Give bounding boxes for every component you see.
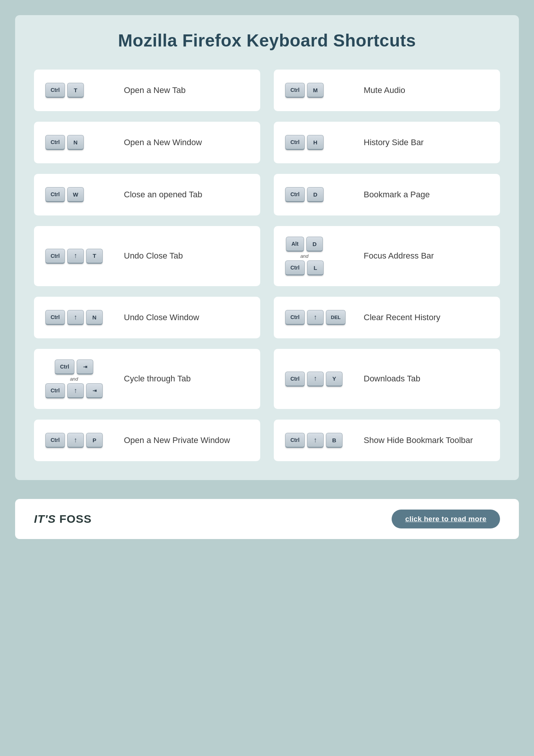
read-more-button[interactable]: click here to read more	[392, 510, 500, 528]
key-ctrl: Ctrl	[45, 310, 65, 325]
keys-row: Ctrl M	[285, 83, 324, 98]
keys-area: Ctrl ↑ P	[45, 433, 113, 448]
shortcut-label: Cycle through Tab	[124, 373, 191, 384]
shortcut-card-bookmark-page: Ctrl D Bookmark a Page	[274, 174, 500, 215]
shortcut-label: Open a New Tab	[124, 85, 185, 96]
keys-area: Ctrl N	[45, 135, 113, 150]
key-ctrl: Ctrl	[45, 249, 65, 264]
key-tab-right: ⇥	[77, 359, 93, 375]
keys-row: Ctrl ↑ T	[45, 249, 103, 264]
key-ctrl: Ctrl	[285, 433, 305, 448]
key-d: D	[307, 187, 324, 202]
key-m: M	[307, 83, 324, 98]
key-shift: ↑	[67, 249, 84, 264]
key-p: P	[86, 433, 103, 448]
keys-area: Ctrl ⇥ and Ctrl ↑ ⇥	[45, 359, 113, 398]
keys-area: Ctrl ↑ DEL	[285, 310, 353, 325]
shortcut-card-open-new-window: Ctrl N Open a New Window	[34, 122, 260, 163]
shortcut-label: Undo Close Tab	[124, 251, 183, 262]
shortcut-card-history-side-bar: Ctrl H History Side Bar	[274, 122, 500, 163]
shortcut-card-undo-close-tab: Ctrl ↑ T Undo Close Tab	[34, 226, 260, 286]
key-ctrl: Ctrl	[285, 372, 305, 387]
shortcut-card-open-new-tab: Ctrl T Open a New Tab	[34, 70, 260, 111]
keys-area: Ctrl ↑ T	[45, 249, 113, 264]
key-ctrl: Ctrl	[285, 135, 305, 150]
shortcut-card-downloads-tab: Ctrl ↑ Y Downloads Tab	[274, 349, 500, 409]
key-ctrl: Ctrl	[55, 359, 74, 375]
shortcut-label: History Side Bar	[364, 137, 424, 148]
footer: IT'S FOSS click here to read more	[15, 499, 519, 539]
key-shift: ↑	[307, 372, 324, 387]
shortcut-label: Open a New Window	[124, 137, 202, 148]
shortcut-label: Downloads Tab	[364, 373, 420, 384]
keys-area: Ctrl W	[45, 187, 113, 202]
keys-row: Ctrl H	[285, 135, 324, 150]
keys-row: Ctrl ↑ P	[45, 433, 103, 448]
shortcut-label: Clear Recent History	[364, 312, 440, 323]
key-l: L	[307, 260, 324, 276]
key-ctrl: Ctrl	[285, 260, 305, 276]
shortcut-label: Open a New Private Window	[124, 435, 230, 446]
shortcut-label: Mute Audio	[364, 85, 405, 96]
keys-area: Ctrl H	[285, 135, 353, 150]
shortcut-card-clear-recent-history: Ctrl ↑ DEL Clear Recent History	[274, 297, 500, 338]
key-shift: ↑	[67, 433, 84, 448]
page-title: Mozilla Firefox Keyboard Shortcuts	[34, 30, 500, 51]
shortcut-card-focus-address-bar: Alt D and Ctrl L Focus Address Bar	[274, 226, 500, 286]
shortcut-card-show-hide-bookmark-toolbar: Ctrl ↑ B Show Hide Bookmark Toolbar	[274, 420, 500, 461]
keys-row-bottom: Ctrl ↑ ⇥	[45, 383, 103, 398]
shortcut-card-new-private-window: Ctrl ↑ P Open a New Private Window	[34, 420, 260, 461]
key-shift: ↑	[67, 383, 84, 398]
keys-column: Alt D and Ctrl L	[285, 237, 324, 276]
brand-logo: IT'S FOSS	[34, 513, 92, 525]
shortcut-label: Close an opened Tab	[124, 189, 202, 200]
keys-row-top: Ctrl ⇥	[55, 359, 93, 375]
and-label: and	[70, 376, 78, 382]
keys-row-bottom: Ctrl L	[285, 260, 324, 276]
keys-area: Ctrl ↑ Y	[285, 372, 353, 387]
key-ctrl: Ctrl	[285, 83, 305, 98]
keys-area: Alt D and Ctrl L	[285, 237, 353, 276]
keys-row: Ctrl T	[45, 83, 84, 98]
key-h: H	[307, 135, 324, 150]
key-n: N	[86, 310, 103, 325]
keys-area: Ctrl T	[45, 83, 113, 98]
keys-row: Ctrl ↑ B	[285, 433, 343, 448]
key-ctrl: Ctrl	[45, 433, 65, 448]
key-d: D	[306, 237, 323, 252]
key-ctrl: Ctrl	[45, 383, 65, 398]
main-card: Mozilla Firefox Keyboard Shortcuts Ctrl …	[15, 15, 519, 480]
key-del: DEL	[326, 310, 346, 325]
key-ctrl: Ctrl	[45, 135, 65, 150]
key-n: N	[67, 135, 84, 150]
keys-row-top: Alt D	[286, 237, 323, 252]
shortcut-label: Bookmark a Page	[364, 189, 430, 200]
key-shift: ↑	[307, 433, 324, 448]
keys-row: Ctrl ↑ Y	[285, 372, 343, 387]
key-ctrl: Ctrl	[45, 83, 65, 98]
keys-row: Ctrl ↑ N	[45, 310, 103, 325]
keys-row: Ctrl D	[285, 187, 324, 202]
key-shift: ↑	[307, 310, 324, 325]
shortcut-card-close-tab: Ctrl W Close an opened Tab	[34, 174, 260, 215]
key-shift: ↑	[67, 310, 84, 325]
keys-row: Ctrl W	[45, 187, 84, 202]
shortcut-label: Show Hide Bookmark Toolbar	[364, 435, 473, 446]
and-label: and	[300, 253, 309, 259]
key-tab-left: ⇥	[86, 383, 103, 398]
key-t: T	[67, 83, 84, 98]
key-t: T	[86, 249, 103, 264]
brand-its: IT'S	[34, 513, 59, 525]
shortcut-label: Focus Address Bar	[364, 251, 434, 262]
keys-row: Ctrl ↑ DEL	[285, 310, 346, 325]
shortcuts-grid: Ctrl T Open a New Tab Ctrl M Mute Audio …	[34, 70, 500, 461]
keys-area: Ctrl ↑ B	[285, 433, 353, 448]
key-alt: Alt	[286, 237, 304, 252]
key-ctrl: Ctrl	[45, 187, 65, 202]
shortcut-card-cycle-through-tab: Ctrl ⇥ and Ctrl ↑ ⇥ Cycle through Tab	[34, 349, 260, 409]
keys-area: Ctrl ↑ N	[45, 310, 113, 325]
shortcut-card-mute-audio: Ctrl M Mute Audio	[274, 70, 500, 111]
key-ctrl: Ctrl	[285, 187, 305, 202]
shortcut-label: Undo Close Window	[124, 312, 199, 323]
keys-row: Ctrl N	[45, 135, 84, 150]
